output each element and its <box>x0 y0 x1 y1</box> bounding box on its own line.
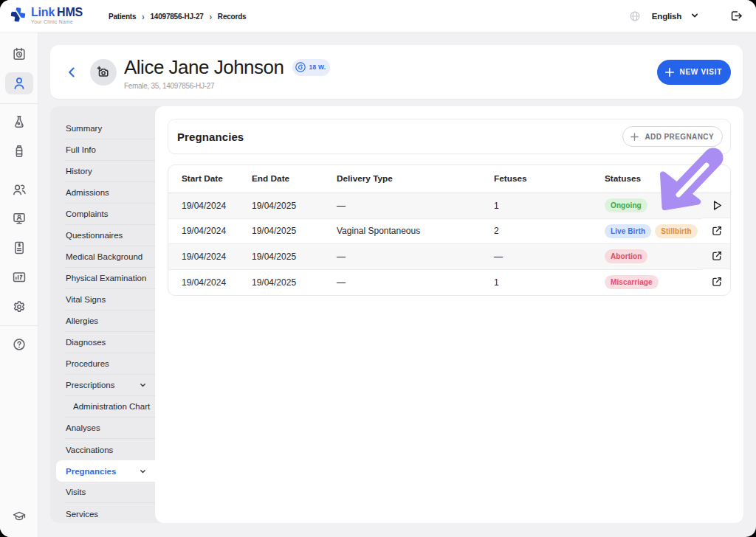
pregnancy-row: 19/04/202419/04/2025——Abortion <box>168 244 731 270</box>
cell-fetuses: 2 <box>481 218 591 244</box>
cell-start-date: 19/04/2024 <box>168 193 238 218</box>
billing-document-icon <box>12 240 27 255</box>
record-tab-summary[interactable]: Summary <box>65 118 155 139</box>
record-tab-physical-examination[interactable]: Physical Examination <box>65 268 155 289</box>
cell-end-date: 19/04/2025 <box>238 269 323 295</box>
record-tab-label: Services <box>65 510 98 519</box>
patient-avatar-upload[interactable] <box>90 59 117 86</box>
record-tab-label: Full Info <box>65 145 96 154</box>
column-header: End Date <box>238 165 323 193</box>
education-cap-icon <box>12 509 27 524</box>
back-button[interactable] <box>63 63 80 81</box>
logout-button[interactable] <box>729 9 743 23</box>
breadcrumb-separator: › <box>210 11 212 21</box>
records-main-panel: Pregnancies ADD PREGNANCY Start DateEnd … <box>155 106 743 523</box>
cell-delivery-type: — <box>323 269 481 295</box>
lab-flask-icon <box>12 114 27 129</box>
chevron-down-icon <box>140 382 146 389</box>
cell-start-date: 19/04/2024 <box>168 218 238 244</box>
record-tab-label: Allergies <box>65 316 98 325</box>
pregnancy-row: 19/04/202419/04/2025Vaginal Spontaneous2… <box>168 218 731 244</box>
play-icon <box>711 199 724 212</box>
row-play-button[interactable] <box>702 193 731 219</box>
status-badge-miscarriage: Miscarriage <box>605 275 659 289</box>
breadcrumb-item[interactable]: Records <box>218 13 247 21</box>
add-pregnancy-button[interactable]: ADD PREGNANCY <box>622 126 723 147</box>
record-tab-vaccinations[interactable]: Vaccinations <box>65 439 155 460</box>
record-tab-administration-chart[interactable]: Administration Chart <box>65 396 155 418</box>
users-group-icon <box>12 182 27 197</box>
rail-item-education-cap[interactable] <box>0 505 38 527</box>
record-tab-prescriptions[interactable]: Prescriptions <box>65 375 155 396</box>
column-header: Statuses <box>591 165 702 193</box>
plus-icon <box>630 132 639 142</box>
record-tab-label: Prescriptions <box>65 381 114 389</box>
chevron-down-icon <box>690 10 699 23</box>
record-tab-label: Vaccinations <box>65 446 113 454</box>
cell-statuses: Live BirthStillbirth <box>591 218 702 244</box>
record-tab-allergies[interactable]: Allergies <box>65 311 155 332</box>
status-badge-abortion: Abortion <box>605 249 647 263</box>
cell-start-date: 19/04/2024 <box>168 244 238 270</box>
record-tab-vital-signs[interactable]: Vital Signs <box>65 289 155 311</box>
cell-end-date: 19/04/2025 <box>238 193 323 218</box>
calendar-clock-icon <box>12 46 27 61</box>
rail-item-users-group[interactable] <box>0 179 38 201</box>
record-tab-visits[interactable]: Visits <box>65 482 155 503</box>
row-open-button[interactable] <box>702 269 731 295</box>
breadcrumb-item[interactable]: Patients <box>109 13 136 21</box>
record-tab-history[interactable]: History <box>65 161 155 182</box>
record-tab-medical-background[interactable]: Medical Background <box>65 246 155 268</box>
logo-tagline: Your Clinic Name <box>31 20 83 25</box>
column-header-actions <box>702 165 731 193</box>
record-tab-admissions[interactable]: Admissions <box>65 182 155 204</box>
globe-icon <box>629 10 641 22</box>
pregnancies-panel-header: Pregnancies ADD PREGNANCY <box>168 119 731 154</box>
language-selector[interactable]: English <box>622 10 699 23</box>
app-window: LinkHMS Your Clinic Name Patients›140978… <box>0 0 756 537</box>
new-visit-button[interactable]: NEW VISIT <box>657 60 731 85</box>
cell-delivery-type: — <box>323 244 481 270</box>
rail-item-monitor-person[interactable] <box>0 207 38 229</box>
record-tab-pregnancies[interactable]: Pregnancies <box>65 460 155 482</box>
status-badge-stillbirth: Stillbirth <box>655 224 698 238</box>
cell-fetuses: — <box>481 244 591 270</box>
row-open-button[interactable] <box>702 244 731 270</box>
rail-item-settings-gear[interactable] <box>0 296 38 318</box>
language-label: English <box>652 12 681 21</box>
record-tab-label: History <box>65 167 92 176</box>
app-logo[interactable]: LinkHMS Your Clinic Name <box>10 7 83 26</box>
record-tab-complaints[interactable]: Complaints <box>65 204 155 225</box>
rail-item-help-circle[interactable] <box>0 333 38 356</box>
camera-plus-icon <box>95 64 111 80</box>
dashboard-board-icon <box>12 270 27 285</box>
record-tab-label: Summary <box>65 124 102 133</box>
record-tab-analyses[interactable]: Analyses <box>65 418 155 439</box>
cell-statuses: Ongoing <box>591 193 702 218</box>
open-in-new-icon <box>711 250 723 262</box>
record-tab-label: Visits <box>65 488 86 496</box>
record-tab-services[interactable]: Services <box>65 503 155 524</box>
settings-gear-icon <box>12 299 27 314</box>
row-open-button[interactable] <box>702 218 731 244</box>
icon-rail <box>0 32 38 537</box>
rail-item-lab-flask[interactable] <box>0 111 38 133</box>
cell-delivery-type: — <box>323 193 481 218</box>
record-tab-procedures[interactable]: Procedures <box>65 353 155 375</box>
rail-item-medicine-bottle[interactable] <box>0 140 38 162</box>
rail-item-patient-person[interactable] <box>0 72 38 94</box>
rail-item-billing-document[interactable] <box>0 237 38 259</box>
rail-item-calendar-clock[interactable] <box>0 43 38 65</box>
cell-start-date: 19/04/2024 <box>168 269 238 295</box>
record-tab-label: Vital Signs <box>65 295 106 304</box>
breadcrumb-item[interactable]: 14097856-HJ-27 <box>150 13 203 21</box>
record-tab-label: Medical Background <box>65 252 142 261</box>
pregnancy-row: 19/04/202419/04/2025—1Miscarriage <box>168 269 731 295</box>
rail-item-dashboard-board[interactable] <box>0 266 38 288</box>
patient-header-card: Alice Jane Johnson 18 W. Female, 35, 140… <box>50 45 743 99</box>
record-tab-label: Analyses <box>65 423 100 432</box>
record-tab-questionnaires[interactable]: Questionnaires <box>65 225 155 246</box>
open-in-new-icon <box>711 276 723 288</box>
record-tab-full-info[interactable]: Full Info <box>65 139 155 161</box>
record-tab-diagnoses[interactable]: Diagnoses <box>65 332 155 353</box>
